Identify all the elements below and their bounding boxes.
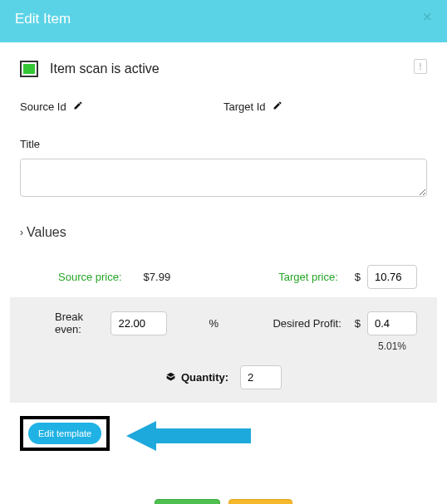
percent-unit: % — [209, 317, 219, 330]
target-id-cell: Target Id — [224, 100, 427, 113]
grey-block: Break even: % Desired Profit: $ 5.01% — [10, 297, 437, 403]
source-price-label: Source price: — [58, 271, 122, 283]
status-row: Item scan is active ! — [20, 61, 427, 77]
currency-symbol: $ — [355, 271, 361, 283]
update-button[interactable]: Update — [155, 499, 220, 504]
title-label: Title — [20, 138, 427, 150]
target-id-label: Target Id — [224, 100, 266, 113]
title-input[interactable] — [20, 159, 427, 197]
modal-footer: Update Cancel — [20, 499, 427, 504]
id-row: Source Id Target Id — [20, 100, 427, 113]
edit-template-row: Edit template — [20, 416, 427, 451]
desired-profit-label: Desired Profit: — [273, 317, 341, 330]
arrow-left-icon — [126, 421, 251, 454]
svg-marker-0 — [126, 421, 251, 451]
profit-pct-value: 5.01% — [357, 340, 427, 352]
break-even-label: Break even: — [55, 311, 104, 335]
edit-template-button[interactable]: Edit template — [28, 423, 101, 444]
pencil-icon[interactable] — [73, 100, 83, 113]
modal-title: Edit Item — [15, 11, 71, 27]
source-id-label: Source Id — [20, 100, 66, 113]
values-heading: Values — [27, 225, 66, 240]
quantity-row: Quantity: — [10, 359, 437, 393]
source-id-cell: Source Id — [20, 100, 224, 113]
currency-symbol: $ — [355, 317, 361, 330]
desired-profit-input[interactable] — [367, 311, 417, 335]
values-section-toggle[interactable]: › Values — [20, 225, 427, 240]
chevron-right-icon: › — [20, 227, 23, 238]
values-area: Source price: $7.99 Target price: $ Brea… — [20, 260, 427, 451]
info-icon[interactable]: ! — [414, 59, 427, 74]
break-even-input[interactable] — [111, 311, 167, 335]
status-indicator-icon — [20, 61, 38, 77]
modal-body: Item scan is active ! Source Id Target I… — [0, 42, 447, 504]
price-row: Source price: $7.99 Target price: $ — [20, 260, 427, 297]
source-price-cell: Source price: $7.99 — [20, 265, 238, 289]
modal-header: Edit Item × — [0, 0, 447, 42]
highlight-frame: Edit template — [20, 416, 110, 451]
cancel-button[interactable]: Cancel — [228, 499, 293, 504]
target-price-input[interactable] — [367, 265, 417, 289]
quantity-label: Quantity: — [165, 371, 228, 384]
status-text: Item scan is active — [50, 61, 160, 76]
close-icon[interactable]: × — [422, 8, 432, 25]
target-price-cell: Target price: $ — [238, 265, 427, 289]
source-price-value: $7.99 — [144, 271, 171, 283]
pencil-icon[interactable] — [273, 100, 282, 113]
desired-profit-cell: Desired Profit: $ — [219, 311, 427, 335]
quantity-input[interactable] — [240, 365, 282, 389]
target-price-label: Target price: — [278, 271, 338, 283]
break-even-cell: Break even: % — [20, 311, 219, 335]
box-icon — [165, 371, 176, 384]
